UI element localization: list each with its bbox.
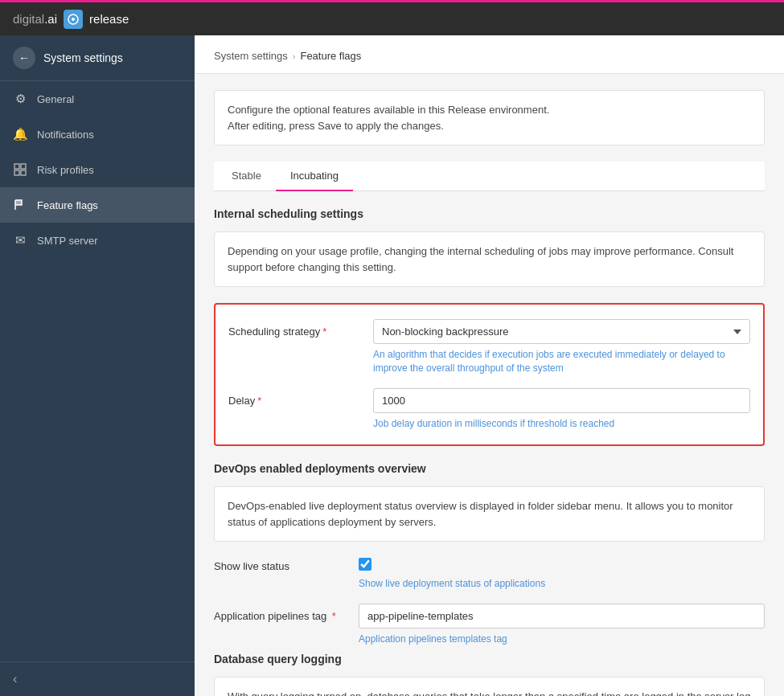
logo-icon [64,10,83,29]
svg-rect-4 [14,170,19,175]
layout: ← System settings ⚙ General 🔔 Notificati… [0,35,784,696]
sidebar-title: System settings [43,51,123,64]
sidebar-item-label: SMTP server [37,235,98,247]
devops-description: DevOps-enabled live deployment status ov… [228,500,733,528]
sidebar-item-smtp-server[interactable]: ✉ SMTP server [0,223,195,258]
app-pipelines-label: Application pipelines tag * [214,604,359,622]
sidebar-item-general[interactable]: ⚙ General [0,81,195,117]
delay-input[interactable] [373,388,750,413]
delay-help: Job delay duration in milliseconds if th… [373,417,750,431]
scheduling-desc-line1: Depending on your usage profile, changin… [228,244,751,260]
scheduling-settings-box: Scheduling strategy* Non-blocking backpr… [214,303,765,446]
sidebar-item-label: Feature flags [37,199,98,211]
breadcrumb: System settings › Feature flags [195,35,784,74]
svg-rect-5 [21,170,26,175]
breadcrumb-separator: › [293,51,296,61]
scheduling-desc-line2: support before changing this setting. [228,260,751,276]
topnav: digital.ai release [0,0,784,35]
required-star: * [329,610,336,622]
bell-icon: 🔔 [13,127,27,141]
flag-icon [13,198,27,212]
sidebar-item-label: Risk profiles [37,164,94,176]
show-live-status-row: Show live status Show live deployment st… [214,558,765,591]
sidebar-item-feature-flags[interactable]: Feature flags [0,187,195,223]
scheduling-info-box: Depending on your usage profile, changin… [214,231,765,287]
database-logging-desc: With query logging turned on, database q… [228,690,750,696]
internal-scheduling-title: Internal scheduling settings [214,207,765,220]
devops-title: DevOps enabled deployments overview [214,462,765,475]
content-area: Configure the optional features availabl… [195,74,784,696]
sidebar-item-label: Notifications [37,129,94,141]
show-live-status-label: Show live status [214,558,359,572]
breadcrumb-parent[interactable]: System settings [214,50,288,62]
required-star: * [322,325,326,338]
info-line2: After editing, press Save to apply the c… [228,118,751,134]
app-pipelines-row: Application pipelines tag * Application … [214,604,765,646]
scheduling-strategy-row: Scheduling strategy* Non-blocking backpr… [228,319,750,375]
info-box: Configure the optional features availabl… [214,90,765,145]
sidebar-footer: ‹ [0,661,195,696]
sidebar-item-risk-profiles[interactable]: Risk profiles [0,152,195,187]
app-pipelines-help: Application pipelines templates tag [359,633,765,646]
tab-stable[interactable]: Stable [217,162,276,191]
app-pipelines-input[interactable] [359,604,765,628]
logo: digital.ai release [13,10,129,29]
mail-icon: ✉ [13,233,27,248]
gear-icon: ⚙ [13,92,27,106]
delay-label: Delay* [228,388,373,407]
strategy-select[interactable]: Non-blocking backpressure Blocking Round… [373,319,750,344]
sidebar-collapse-button[interactable]: ‹ [13,672,17,686]
delay-row: Delay* Job delay duration in millisecond… [228,388,750,431]
show-live-status-control: Show live deployment status of applicati… [359,558,765,591]
tabs: Stable Incubating [214,162,765,191]
devops-section: DevOps enabled deployments overview DevO… [214,462,765,646]
sidebar-item-notifications[interactable]: 🔔 Notifications [0,117,195,152]
show-live-status-checkbox[interactable] [359,558,371,571]
back-icon: ← [18,51,30,64]
strategy-help: An algorithm that decides if execution j… [373,348,750,375]
strategy-control: Non-blocking backpressure Blocking Round… [373,319,750,375]
main-content: System settings › Feature flags Configur… [195,35,784,696]
delay-control: Job delay duration in milliseconds if th… [373,388,750,431]
app-pipelines-control: Application pipelines templates tag [359,604,765,646]
svg-rect-2 [14,164,19,169]
tab-incubating[interactable]: Incubating [276,162,353,191]
logo-text: digital.ai [13,12,57,26]
risk-icon [13,162,27,177]
required-star: * [257,395,261,407]
sidebar-item-label: General [37,93,74,105]
show-live-status-help: Show live deployment status of applicati… [359,577,765,591]
svg-rect-3 [21,164,26,169]
sidebar-header: ← System settings [0,35,195,81]
collapse-icon: ‹ [13,672,17,686]
strategy-label: Scheduling strategy* [228,319,373,338]
database-logging-info: With query logging turned on, database q… [214,677,765,696]
info-line1: Configure the optional features availabl… [228,102,751,118]
sidebar-back-button[interactable]: ← [13,47,35,69]
release-label: release [89,12,129,26]
database-logging-title: Database query logging [214,653,765,665]
svg-point-1 [72,18,75,21]
devops-info-box: DevOps-enabled live deployment status ov… [214,486,765,542]
breadcrumb-current: Feature flags [300,50,361,62]
sidebar: ← System settings ⚙ General 🔔 Notificati… [0,35,195,696]
